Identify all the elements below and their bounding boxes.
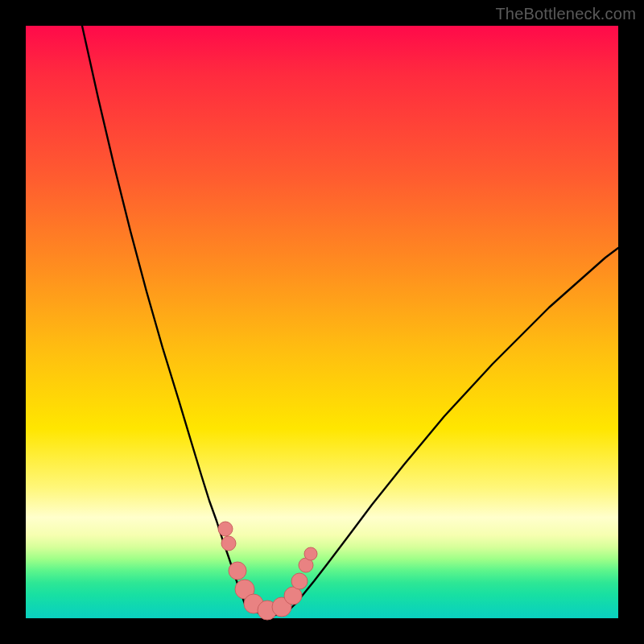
marker-layer <box>218 522 317 620</box>
marker-point <box>218 522 233 536</box>
marker-point <box>304 547 317 560</box>
marker-point <box>221 536 236 551</box>
plot-area <box>26 26 618 618</box>
series-left-curve <box>82 26 245 604</box>
marker-point <box>291 573 308 589</box>
series-right-curve <box>295 248 618 604</box>
outer-frame: TheBottleneck.com <box>0 0 644 644</box>
curve-layer <box>82 26 618 615</box>
chart-svg <box>26 26 618 618</box>
marker-point <box>229 562 246 580</box>
watermark-text: TheBottleneck.com <box>495 5 636 23</box>
